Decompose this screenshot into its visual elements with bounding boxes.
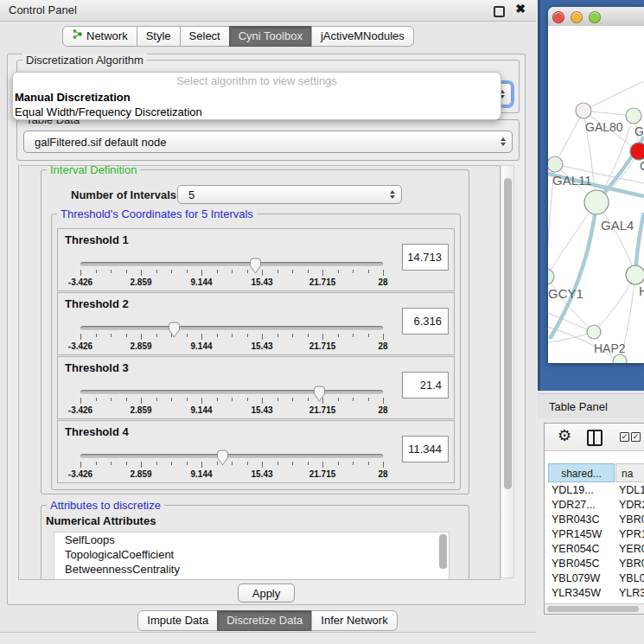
slider-tick-label: 28	[378, 341, 387, 351]
slider-tick	[141, 270, 142, 276]
threshold-slider[interactable]: -3.4262.8599.14415.4321.71528	[80, 385, 383, 416]
slider-track[interactable]	[80, 262, 383, 266]
table-row[interactable]: YBL079WYBL0	[545, 571, 644, 586]
threshold-slider[interactable]: -3.4262.8599.14415.4321.71528	[80, 321, 383, 352]
threshold-panel: Threshold 3-3.4262.8599.14415.4321.71528…	[57, 356, 455, 419]
tab-network[interactable]: Network	[62, 26, 137, 47]
slider-tick	[80, 334, 81, 340]
tab-style[interactable]: Style	[137, 26, 181, 47]
algorithm-option[interactable]: Manual Discretization	[13, 90, 501, 105]
table-data-combobox-value: galFiltered.sif default node	[35, 136, 166, 149]
tab-label: Impute Data	[147, 611, 208, 630]
close-icon[interactable]: ✖	[515, 2, 526, 16]
network-node[interactable]	[626, 265, 644, 284]
table-panel: ⚙ ✓ ✓ shared...na YDL19...YDL1YDR27...YD…	[544, 423, 644, 615]
column-header-1[interactable]: shared...	[548, 463, 615, 482]
slider-tick	[368, 398, 369, 401]
columns-icon[interactable]	[587, 430, 603, 446]
minimize-light[interactable]	[571, 11, 583, 23]
network-node[interactable]	[548, 156, 563, 172]
cell-name: YDR2	[619, 498, 644, 513]
gear-icon[interactable]: ⚙	[558, 426, 571, 445]
checkbox-icon[interactable]: ✓	[620, 432, 629, 442]
table-row[interactable]: YLR345WYLR3	[545, 586, 644, 601]
scrollbar-thumb[interactable]	[504, 178, 512, 489]
slider-tick	[247, 334, 248, 337]
slider-thumb[interactable]	[249, 258, 262, 274]
tab-cyni-toolbox[interactable]: Cyni Toolbox	[229, 26, 312, 47]
apply-button[interactable]: Apply	[238, 583, 295, 603]
network-graph: GAL80GACGAL11GAL4GCY1HHAP2	[548, 26, 644, 363]
settings-vertical-scrollbar[interactable]	[501, 165, 514, 578]
network-node[interactable]	[613, 354, 627, 363]
attribute-item[interactable]: SelfLoops	[54, 532, 449, 547]
threshold-value-field[interactable]: 6.316	[402, 308, 449, 335]
tab-select[interactable]: Select	[180, 26, 230, 47]
column-header-2[interactable]: na	[615, 463, 644, 482]
slider-thumb[interactable]	[216, 450, 229, 466]
attribute-item[interactable]: TopologicalCoefficient	[54, 547, 449, 562]
network-edge[interactable]	[550, 202, 596, 339]
table-row[interactable]: YDR27...YDR2	[545, 498, 644, 513]
algorithm-option[interactable]: Equal Width/Frequency Discretization	[13, 105, 501, 119]
table-row[interactable]: YPR145WYPR1	[545, 527, 644, 542]
numerical-attributes-list[interactable]: SelfLoopsTopologicalCoefficientBetweenne…	[54, 532, 450, 580]
network-node[interactable]	[584, 190, 609, 214]
thresholds-group: Threshold's Coordinates for 5 Intervals …	[51, 214, 461, 490]
thresholds-group-title: Threshold's Coordinates for 5 Intervals	[57, 207, 257, 220]
tab-infer-network[interactable]: Infer Network	[311, 610, 397, 631]
attributes-scrollbar[interactable]	[439, 534, 447, 569]
network-edge[interactable]	[594, 275, 635, 332]
slider-thumb[interactable]	[168, 322, 181, 338]
threshold-slider[interactable]: -3.4262.8599.14415.4321.71528	[80, 257, 383, 288]
table-data-combobox[interactable]: galFiltered.sif default node	[23, 131, 513, 153]
zoom-light[interactable]	[589, 11, 601, 23]
cyni-mode-tabs: Impute DataDiscretize DataInfer Network	[0, 610, 536, 631]
attribute-item[interactable]: BetweennessCentrality	[54, 562, 449, 577]
checkbox-icon[interactable]: ✓	[631, 432, 641, 442]
threshold-label: Threshold 3	[65, 361, 129, 374]
slider-tick	[96, 398, 97, 401]
cell-name: YLR3	[619, 586, 644, 601]
number-of-intervals-combobox[interactable]: 5	[177, 185, 402, 204]
threshold-value-field[interactable]: 21.4	[402, 372, 449, 399]
slider-track[interactable]	[80, 454, 383, 458]
slider-tick	[96, 334, 97, 337]
network-node[interactable]	[626, 108, 641, 124]
threshold-value-field[interactable]: 11.344	[402, 436, 449, 462]
network-edge[interactable]	[583, 81, 644, 111]
table-row[interactable]: YER054CYER0	[545, 542, 644, 557]
network-canvas[interactable]: GAL80GACGAL11GAL4GCY1HHAP2	[548, 26, 644, 363]
slider-tick	[201, 270, 202, 276]
cell-shared-name: YER054C	[552, 542, 600, 557]
slider-track[interactable]	[80, 326, 383, 330]
table-row[interactable]: YBR045CYBR0	[545, 557, 644, 571]
slider-tick-label: 9.144	[190, 277, 212, 287]
network-window-titlebar[interactable]	[548, 7, 644, 27]
scrollbar-thumb[interactable]	[547, 606, 639, 612]
table-horizontal-scrollbar[interactable]	[545, 603, 644, 614]
network-node[interactable]	[630, 143, 644, 160]
network-node-label: GCY1	[548, 286, 583, 301]
network-node[interactable]	[548, 269, 554, 284]
table-row[interactable]: YBR043CYBR0	[545, 513, 644, 527]
network-edge[interactable]	[555, 111, 583, 164]
table-row[interactable]: YDL19...YDL1	[545, 483, 644, 498]
threshold-value-field[interactable]: 14.713	[402, 244, 449, 271]
network-edge[interactable]	[548, 277, 594, 332]
slider-track[interactable]	[80, 390, 383, 394]
network-node-label: GAL11	[552, 173, 592, 188]
threshold-slider[interactable]: -3.4262.8599.14415.4321.71528	[80, 449, 383, 480]
network-node[interactable]	[576, 103, 591, 118]
threshold-panel: Threshold 4-3.4262.8599.14415.4321.71528…	[57, 420, 455, 483]
slider-thumb[interactable]	[313, 386, 326, 402]
tab-discretize-data[interactable]: Discretize Data	[217, 610, 312, 631]
close-light[interactable]	[552, 11, 564, 23]
slider-tick	[232, 334, 233, 337]
float-icon[interactable]	[494, 6, 505, 17]
table-panel-titlebar: Table Panel	[538, 393, 644, 418]
tab-impute-data[interactable]: Impute Data	[137, 610, 218, 631]
network-node[interactable]	[587, 325, 601, 339]
control-panel-titlebar: Control Panel ✖	[0, 0, 536, 22]
tab-jactivemnodules[interactable]: jActiveMNodules	[311, 26, 414, 47]
